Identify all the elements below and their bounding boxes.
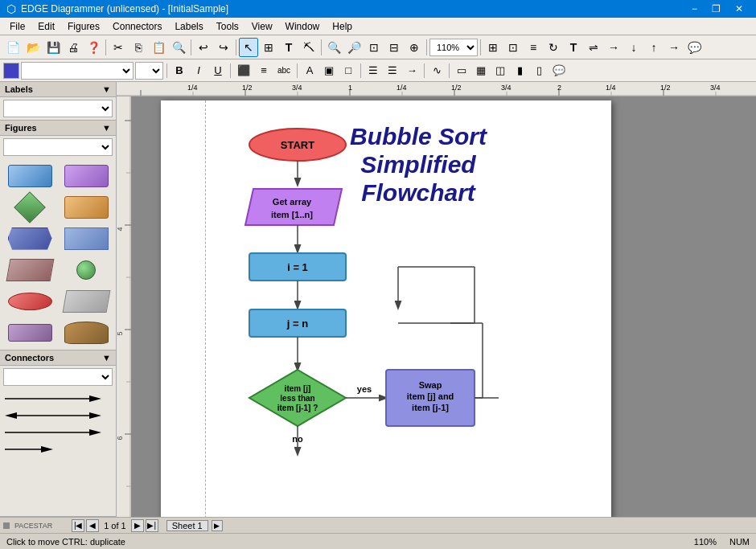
snap-button[interactable]: ⊡ [503, 38, 523, 57]
print-button[interactable]: 🖨 [64, 38, 83, 57]
zoom-fit-button[interactable]: ⊡ [364, 38, 384, 57]
figure-oval-red[interactable] [3, 287, 56, 315]
shape-btn5[interactable]: ▯ [530, 62, 548, 80]
svg-marker-6 [89, 429, 101, 436]
connectors-header[interactable]: Connectors ▼ [0, 350, 116, 366]
connector-line[interactable] [5, 425, 111, 440]
menu-figures[interactable]: Figures [61, 18, 106, 35]
rotate-button[interactable]: ↻ [544, 38, 563, 57]
insert-button[interactable]: ⊞ [259, 38, 278, 57]
labels-header[interactable]: Labels ▼ [0, 82, 116, 97]
menu-view[interactable]: View [245, 18, 279, 35]
zoom-in-button[interactable]: 🔍 [324, 38, 343, 57]
figure-rect-skew[interactable] [3, 256, 56, 284]
sheet-scroll-btn[interactable]: ▶ [212, 520, 223, 531]
text-color-btn[interactable]: A [301, 62, 318, 80]
shape-btn4[interactable]: ▮ [511, 62, 528, 80]
minimize-button[interactable]: − [685, 0, 704, 18]
undo-button[interactable]: ↩ [194, 38, 213, 57]
label-getarray2: item [1..n] [271, 210, 313, 219]
up-button[interactable]: ↑ [644, 38, 664, 57]
shape-btn1[interactable]: ▭ [453, 62, 470, 80]
nav-next-btn[interactable]: ▶ [131, 519, 144, 532]
fmt-sep5 [424, 64, 425, 78]
font-label-btn[interactable]: abc [274, 62, 294, 80]
labels-dropdown[interactable] [3, 100, 113, 117]
svg-marker-8 [41, 446, 53, 453]
menu-labels[interactable]: Labels [168, 18, 209, 35]
paste-button[interactable]: 📋 [149, 38, 168, 57]
figure-diamond-green[interactable] [3, 193, 56, 221]
curve-btn[interactable]: ∿ [428, 62, 446, 80]
close-button[interactable]: ✕ [729, 0, 750, 18]
restore-button[interactable]: ❐ [705, 0, 727, 18]
sheet-tab[interactable]: Sheet 1 [166, 520, 208, 531]
menu-edit[interactable]: Edit [31, 18, 61, 35]
comment2-btn[interactable]: 💬 [549, 62, 569, 80]
copy-button[interactable]: ⎘ [129, 38, 148, 57]
down-button[interactable]: ↓ [624, 38, 643, 57]
pointer-button[interactable]: ↖ [239, 38, 258, 57]
figure-rect-skew2[interactable] [60, 287, 113, 315]
figure-rect-purple[interactable] [60, 162, 113, 190]
special-button[interactable]: 🔍 [169, 38, 188, 57]
list-btn[interactable]: ☰ [364, 62, 382, 80]
cut-button[interactable]: ✂ [109, 38, 128, 57]
connectors-dropdown[interactable] [3, 368, 113, 386]
zoom-actual-button[interactable]: ⊕ [405, 38, 424, 57]
nav-first-btn[interactable]: |◀ [72, 519, 84, 532]
figure-cylinder[interactable] [60, 318, 113, 346]
comment-button[interactable]: 💬 [684, 38, 704, 57]
menu-help[interactable]: Help [326, 18, 359, 35]
shape-btn2[interactable]: ▦ [472, 62, 490, 80]
figure-rect-grad[interactable] [60, 224, 113, 252]
fill2-color-btn[interactable]: ▣ [320, 62, 338, 80]
figure-rect-blue[interactable] [3, 162, 56, 190]
align-left-btn[interactable]: ⬛ [234, 62, 253, 80]
bold-button[interactable]: B [171, 62, 188, 80]
indent-btn[interactable]: → [403, 62, 421, 80]
align-button[interactable]: ≡ [524, 38, 543, 57]
help-button[interactable]: ❓ [84, 38, 103, 57]
pacestar-logo[interactable] [3, 522, 10, 529]
figure-circle-green[interactable] [60, 256, 113, 284]
new-button[interactable]: 📄 [3, 38, 23, 57]
menu-window[interactable]: Window [279, 18, 327, 35]
font-select[interactable] [21, 62, 134, 80]
menu-file[interactable]: File [3, 18, 31, 35]
grid-button[interactable]: ⊞ [483, 38, 503, 57]
figure-rect-purple2[interactable] [3, 318, 56, 346]
canvas-scroll[interactable]: Bubble Sort Simplified Flowchart START G… [117, 96, 756, 517]
text-button[interactable]: T [279, 38, 298, 57]
underline-button[interactable]: U [209, 62, 227, 80]
zoom-prev-button[interactable]: ⊟ [384, 38, 404, 57]
connector-button[interactable]: ⛏ [299, 38, 318, 57]
figures-header[interactable]: Figures ▼ [0, 121, 116, 136]
nav-prev-btn[interactable]: ◀ [86, 519, 99, 532]
connector-arrow-both[interactable] [5, 408, 111, 423]
menu-tools[interactable]: Tools [210, 18, 245, 35]
italic-button[interactable]: I [190, 62, 207, 80]
nav-last-btn[interactable]: ▶| [146, 519, 158, 532]
figure-rect-orange[interactable] [60, 193, 113, 221]
redo-button[interactable]: ↪ [214, 38, 233, 57]
border-color-btn[interactable]: □ [339, 62, 357, 80]
connector-arrow-right2[interactable] [5, 442, 111, 457]
menu-connectors[interactable]: Connectors [106, 18, 168, 35]
connect2-button[interactable]: ⇌ [584, 38, 603, 57]
figures-dropdown[interactable] [3, 138, 113, 156]
align-center-btn[interactable]: ≡ [255, 62, 273, 80]
list2-btn[interactable]: ☰ [384, 62, 401, 80]
right-button[interactable]: → [664, 38, 684, 57]
font-size-select[interactable] [135, 62, 163, 80]
zoom-select[interactable]: 110% 50% 75% 100% 125% 150% 200% [429, 39, 478, 56]
connector-arrow-right[interactable] [5, 391, 111, 406]
figure-hex-blue[interactable] [3, 224, 56, 252]
zoom-out-button[interactable]: 🔎 [344, 38, 364, 57]
text2-button[interactable]: T [564, 38, 583, 57]
save-button[interactable]: 💾 [43, 38, 63, 57]
fill-color-btn[interactable] [3, 63, 19, 79]
shape-btn3[interactable]: ◫ [491, 62, 509, 80]
open-button[interactable]: 📂 [23, 38, 43, 57]
arrow-button[interactable]: → [604, 38, 623, 57]
